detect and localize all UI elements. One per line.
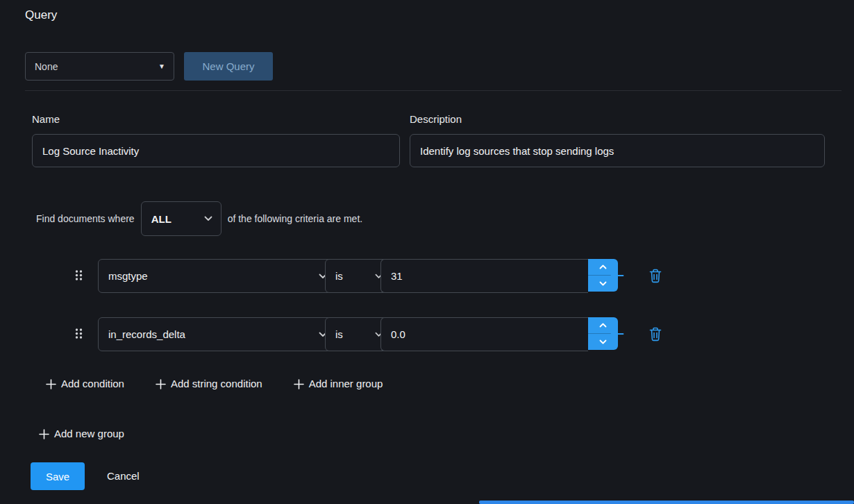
condition-value-group: [380, 317, 618, 350]
plus-icon: [294, 379, 304, 389]
add-links-row: Add condition Add string condition Add i…: [46, 378, 383, 390]
chevron-down-icon: [204, 216, 212, 221]
condition-value-input[interactable]: [380, 317, 588, 351]
save-button[interactable]: Save: [31, 462, 85, 490]
new-query-button[interactable]: New Query: [184, 52, 273, 81]
plus-icon: [46, 379, 56, 389]
drag-handle-icon[interactable]: [74, 328, 83, 339]
condition-field-select[interactable]: in_records_delta: [98, 317, 336, 351]
condition-value-group: [380, 259, 618, 292]
horizontal-scrollbar-thumb[interactable]: [479, 501, 854, 504]
condition-row: in_records_delta is: [0, 317, 854, 350]
name-input[interactable]: [32, 134, 400, 167]
saved-query-select-value: None: [35, 61, 58, 72]
condition-field-value: msgtype: [108, 270, 148, 282]
add-condition-icon[interactable]: [610, 268, 625, 283]
plus-icon: [156, 379, 166, 389]
condition-operator-value: is: [335, 270, 343, 282]
add-string-condition-link[interactable]: Add string condition: [156, 378, 262, 390]
delete-condition-icon[interactable]: [648, 326, 664, 342]
add-string-condition-link-label: Add string condition: [171, 378, 262, 390]
criteria-prefix-text: Find documents where: [36, 213, 135, 224]
criteria-sentence: Find documents where ALL of the followin…: [36, 202, 362, 235]
condition-operator-value: is: [335, 328, 343, 340]
add-inner-group-link[interactable]: Add inner group: [294, 378, 383, 390]
condition-field-value: in_records_delta: [108, 328, 185, 340]
match-type-value: ALL: [151, 213, 171, 225]
add-condition-link[interactable]: Add condition: [46, 378, 124, 390]
caret-down-icon: ▼: [158, 62, 165, 70]
name-label: Name: [32, 113, 60, 125]
match-type-select[interactable]: ALL: [141, 201, 221, 236]
drag-handle-icon[interactable]: [74, 269, 83, 281]
delete-condition-icon[interactable]: [648, 268, 664, 283]
add-condition-link-label: Add condition: [61, 378, 124, 390]
add-condition-icon[interactable]: [610, 326, 625, 342]
page-title: Query: [25, 8, 57, 22]
condition-field-select[interactable]: msgtype: [98, 259, 336, 293]
add-inner-group-link-label: Add inner group: [309, 378, 383, 390]
condition-value-input[interactable]: [380, 259, 588, 293]
cancel-button[interactable]: Cancel: [107, 469, 140, 483]
add-new-group-row: Add new group: [39, 428, 124, 440]
saved-query-select[interactable]: None ▼: [25, 52, 174, 81]
add-new-group-link[interactable]: Add new group: [39, 428, 124, 440]
description-input[interactable]: [410, 134, 825, 167]
condition-row: msgtype is: [0, 259, 854, 292]
criteria-suffix-text: of the following criteria are met.: [228, 213, 363, 224]
plus-icon: [39, 429, 49, 439]
divider: [25, 90, 842, 91]
add-new-group-link-label: Add new group: [54, 428, 124, 440]
description-label: Description: [410, 113, 462, 125]
